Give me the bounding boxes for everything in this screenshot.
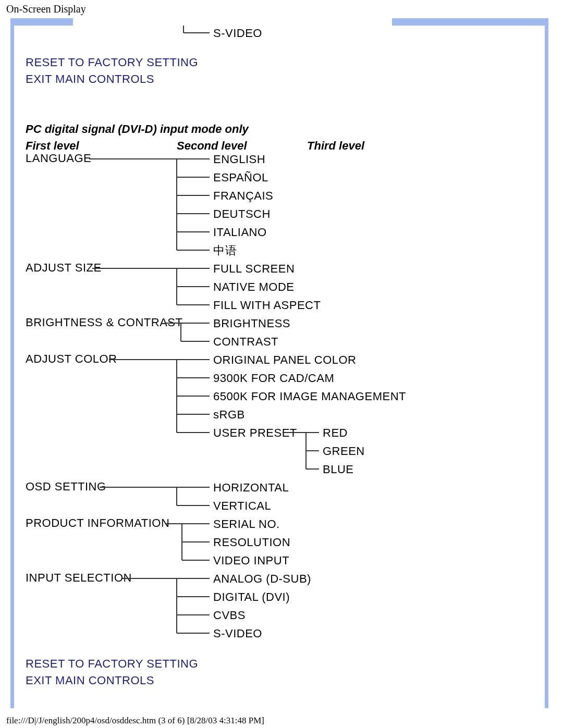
svg-text:BRIGHTNESS: BRIGHTNESS bbox=[213, 317, 290, 330]
user-preset-children: RED GREEN BLUE bbox=[306, 426, 365, 476]
top-reset: RESET TO FACTORY SETTING bbox=[26, 56, 535, 69]
bottom-reset: RESET TO FACTORY SETTING bbox=[26, 657, 535, 671]
language-items: ENGLISH ESPAÑOL FRANÇAIS DEUTSCH ITALIAN… bbox=[177, 153, 273, 257]
brightness-contrast-items: BRIGHTNESS CONTRAST bbox=[181, 317, 290, 348]
svg-text:6500K FOR IMAGE MANAGEMENT: 6500K FOR IMAGE MANAGEMENT bbox=[213, 390, 406, 403]
input-selection-items: ANALOG (D-SUB) DIGITAL (DVI) CVBS S-VIDE… bbox=[177, 572, 311, 640]
content-frame: S-VIDEO RESET TO FACTORY SETTING EXIT MA… bbox=[10, 26, 548, 708]
svg-text:CVBS: CVBS bbox=[213, 609, 246, 622]
top-svideo-branch: S-VIDEO bbox=[26, 26, 495, 41]
svg-text:ANALOG (D-SUB): ANALOG (D-SUB) bbox=[213, 572, 311, 585]
svg-text:DIGITAL (DVI): DIGITAL (DVI) bbox=[213, 590, 290, 603]
adjust-color-label: ADJUST COLOR bbox=[26, 352, 117, 365]
product-info-label: PRODUCT INFORMATION bbox=[26, 516, 169, 529]
brightness-contrast-label: BRIGHTNESS & CONTRAST bbox=[26, 316, 182, 329]
top-bars bbox=[0, 18, 563, 26]
svg-text:RED: RED bbox=[323, 426, 348, 439]
svg-text:GREEN: GREEN bbox=[323, 445, 365, 458]
svg-text:ORIGINAL PANEL COLOR: ORIGINAL PANEL COLOR bbox=[213, 353, 356, 366]
page-header: On-Screen Display bbox=[0, 0, 563, 15]
osd-tree: LANGUAGE ENGLISH ESPAÑOL FRANÇAIS DEUTSC… bbox=[26, 153, 495, 643]
svg-text:FULL SCREEN: FULL SCREEN bbox=[213, 262, 295, 275]
column-headers: First level Second level Third level bbox=[26, 139, 535, 153]
svg-text:S-VIDEO: S-VIDEO bbox=[213, 627, 262, 640]
osd-setting-label: OSD SETTING bbox=[26, 480, 106, 493]
osd-setting-items: HORIZONTAL VERTICAL bbox=[177, 481, 289, 512]
top-svideo: S-VIDEO bbox=[213, 27, 262, 40]
top-exit: EXIT MAIN CONTROLS bbox=[26, 72, 535, 86]
svg-text:ENGLISH: ENGLISH bbox=[213, 153, 265, 166]
svg-text:BLUE: BLUE bbox=[323, 463, 353, 476]
svg-text:ESPAÑOL: ESPAÑOL bbox=[213, 171, 268, 184]
svg-text:VIDEO INPUT: VIDEO INPUT bbox=[213, 554, 289, 567]
svg-text:sRGB: sRGB bbox=[213, 408, 245, 421]
svg-text:9300K FOR CAD/CAM: 9300K FOR CAD/CAM bbox=[213, 372, 334, 385]
svg-text:DEUTSCH: DEUTSCH bbox=[213, 207, 271, 220]
svg-text:VERTICAL: VERTICAL bbox=[213, 499, 271, 512]
svg-text:ITALIANO: ITALIANO bbox=[213, 226, 267, 239]
product-info-items: SERIAL NO. RESOLUTION VIDEO INPUT bbox=[182, 517, 290, 567]
svg-text:SERIAL NO.: SERIAL NO. bbox=[213, 517, 280, 530]
svg-text:CONTRAST: CONTRAST bbox=[213, 335, 278, 348]
svg-text:HORIZONTAL: HORIZONTAL bbox=[213, 481, 289, 494]
adjust-color-items: ORIGINAL PANEL COLOR 9300K FOR CAD/CAM 6… bbox=[177, 353, 406, 439]
col-first: First level bbox=[26, 139, 177, 153]
svg-text:中语: 中语 bbox=[213, 244, 237, 257]
input-selection-label: INPUT SELECTION bbox=[26, 571, 132, 584]
col-third: Third level bbox=[307, 139, 364, 153]
bottom-exit: EXIT MAIN CONTROLS bbox=[26, 674, 535, 687]
adjust-size-items: FULL SCREEN NATIVE MODE FILL WITH ASPECT bbox=[177, 262, 321, 312]
svg-text:NATIVE MODE: NATIVE MODE bbox=[213, 280, 294, 293]
language-label: LANGUAGE bbox=[26, 153, 91, 165]
svg-text:FILL WITH ASPECT: FILL WITH ASPECT bbox=[213, 299, 321, 312]
svg-text:FRANÇAIS: FRANÇAIS bbox=[213, 189, 273, 202]
svg-text:RESOLUTION: RESOLUTION bbox=[213, 536, 290, 549]
footer-path: file:///D|/J/english/200p4/osd/osddesc.h… bbox=[0, 708, 563, 728]
col-second: Second level bbox=[177, 139, 307, 153]
adjust-size-label: ADJUST SIZE bbox=[26, 261, 102, 274]
section-title: PC digital signal (DVI-D) input mode onl… bbox=[26, 122, 535, 136]
